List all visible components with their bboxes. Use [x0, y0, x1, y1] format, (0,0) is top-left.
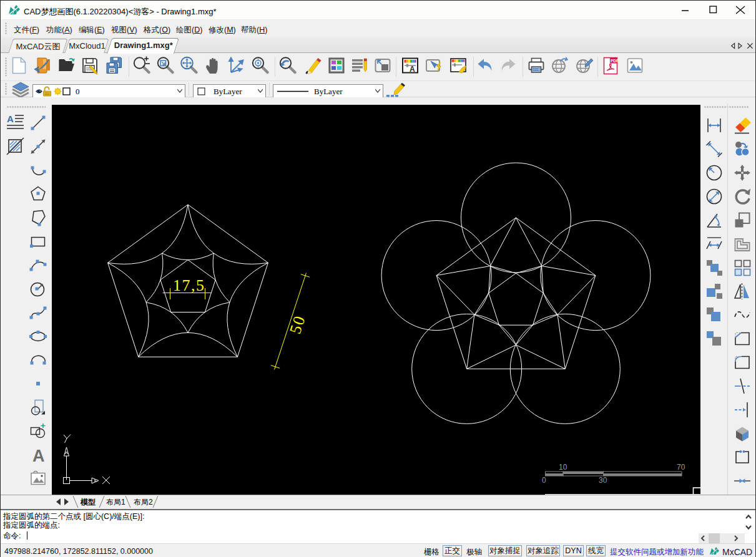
- svg-text:30: 30: [599, 476, 607, 485]
- svg-text:17,5: 17,5: [173, 276, 204, 294]
- svg-text:布局1: 布局1: [106, 498, 125, 506]
- svg-text:70: 70: [677, 463, 685, 472]
- svg-text:布局2: 布局2: [134, 498, 153, 506]
- svg-text:0: 0: [542, 476, 546, 485]
- svg-text:50: 50: [286, 314, 308, 336]
- svg-text:10: 10: [559, 463, 567, 472]
- svg-text:A: A: [7, 114, 14, 124]
- svg-text:A: A: [32, 447, 45, 465]
- svg-text:MxCAD: MxCAD: [722, 547, 752, 557]
- svg-text:PDF: PDF: [611, 59, 619, 63]
- svg-text:模型: 模型: [80, 498, 96, 506]
- svg-text:A: A: [410, 65, 415, 74]
